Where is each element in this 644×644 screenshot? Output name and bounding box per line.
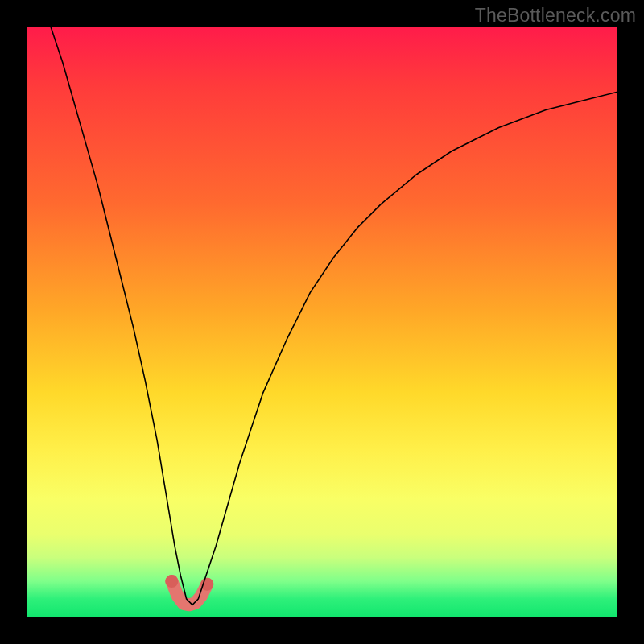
plot-area — [27, 27, 617, 617]
trough-dot-left — [165, 575, 178, 588]
chart-svg — [27, 27, 617, 617]
bottleneck-curve — [51, 27, 617, 605]
chart-frame: TheBottleneck.com — [0, 0, 644, 644]
watermark-text: TheBottleneck.com — [475, 5, 636, 27]
